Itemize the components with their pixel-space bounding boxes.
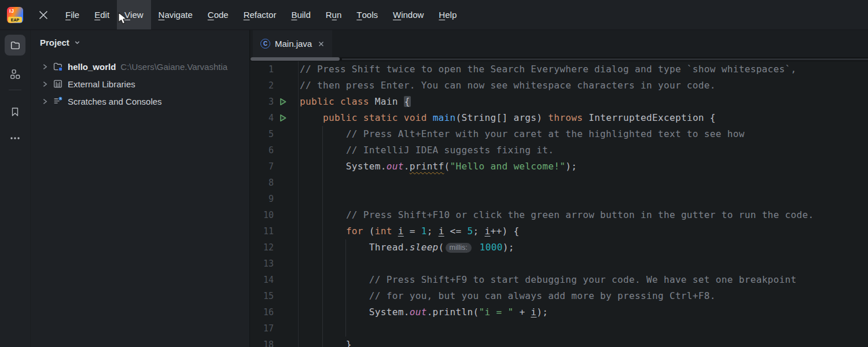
indent-guide [345, 239, 346, 337]
line-number: 14 [251, 272, 274, 288]
code-line[interactable]: 9 [251, 191, 868, 207]
line-number: 10 [251, 207, 274, 223]
editor-tab-bar: C Main.java [251, 30, 868, 57]
logo-text: IJ [9, 8, 14, 14]
line-number: 3 [251, 94, 274, 110]
code-line[interactable]: 10 // Press Shift+F10 or click the green… [251, 207, 868, 223]
line-number: 17 [251, 320, 274, 337]
code-line[interactable]: 18 } [251, 337, 868, 347]
code-line[interactable]: 11 for (int i = 1; i <= 5; i++) { [251, 223, 868, 239]
code-line[interactable]: 5 // Press Alt+Enter with your caret at … [251, 126, 868, 142]
more-tool-windows-icon[interactable] [5, 128, 25, 149]
mouse-cursor [117, 12, 129, 27]
code-line[interactable]: 13 [251, 256, 868, 272]
menu-item-help[interactable]: Help [431, 0, 464, 29]
menu-item-refactor[interactable]: Refactor [236, 0, 284, 29]
code-editor[interactable]: 1// Press Shift twice to open the Search… [251, 61, 868, 347]
menu-item-run[interactable]: Run [318, 0, 350, 29]
line-number: 7 [251, 158, 274, 175]
scratches-icon [53, 96, 64, 106]
code-line[interactable]: 1// Press Shift twice to open the Search… [251, 61, 868, 77]
run-icon[interactable] [274, 94, 298, 110]
chevron-right-icon[interactable] [41, 98, 50, 105]
project-panel-header[interactable]: Project [31, 30, 249, 54]
tree-item-external-libraries[interactable]: External Libraries [31, 75, 249, 93]
tree-item-hello-world[interactable]: hello_worldC:\Users\Gaiane.Varvashtia [31, 58, 249, 75]
project-folder-icon [53, 61, 64, 72]
line-number: 8 [251, 175, 274, 191]
tab-title: Main.java [275, 39, 312, 49]
code-line[interactable]: 4 public static void main(String[] args)… [251, 110, 868, 126]
code-line[interactable]: 6 // IntelliJ IDEA suggests fixing it. [251, 142, 868, 158]
menu-item-build[interactable]: Build [284, 0, 318, 29]
menu-item-edit[interactable]: Edit [87, 0, 117, 29]
project-path: C:\Users\Gaiane.Varvashtia [120, 62, 227, 72]
eap-badge: EAP [8, 17, 22, 23]
line-number: 1 [251, 61, 274, 77]
line-number: 2 [251, 77, 274, 94]
tab-underline-strip [251, 57, 868, 61]
ide-window: IJ EAP FileEditViewNavigateCodeRefactorB… [0, 0, 868, 347]
menu-item-code[interactable]: Code [200, 0, 236, 29]
code-line[interactable]: 17 [251, 320, 868, 337]
tool-window-stripe [0, 30, 31, 347]
run-icon[interactable] [274, 110, 298, 126]
external-libraries-icon [53, 79, 64, 89]
chevron-right-icon[interactable] [41, 63, 50, 71]
bookmarks-tool-icon[interactable] [5, 101, 25, 122]
code-line[interactable]: 12 Thread.sleep(millis: 1000); [251, 239, 868, 256]
editor-area: C Main.java 1// Press Shift twice to ope… [251, 30, 868, 347]
project-tool-icon[interactable] [5, 35, 25, 56]
menu-item-file[interactable]: File [58, 0, 87, 29]
code-line[interactable]: 3public class Main { [251, 94, 868, 110]
tab-underline-track [342, 58, 868, 60]
line-number: 16 [251, 304, 274, 320]
code-line[interactable]: 14 // Press Shift+F9 to start debugging … [251, 272, 868, 288]
project-tool-window: Project hello_worldC:\Users\Gaiane.Varva… [31, 30, 250, 347]
line-number: 11 [251, 223, 274, 239]
line-number: 9 [251, 191, 274, 207]
line-number: 13 [251, 256, 274, 272]
structure-tool-icon[interactable] [5, 64, 25, 84]
chevron-right-icon[interactable] [41, 80, 50, 88]
project-tree: hello_worldC:\Users\Gaiane.VarvashtiaExt… [31, 58, 249, 110]
tree-item-scratches-and-consoles[interactable]: Scratches and Consoles [31, 93, 249, 110]
code-line[interactable]: 7 System.out.printf("Hello and welcome!"… [251, 158, 868, 175]
close-icon[interactable] [31, 0, 56, 29]
line-number: 5 [251, 126, 274, 142]
chevron-down-icon [73, 39, 81, 46]
line-number: 4 [251, 110, 274, 126]
active-tab-underline[interactable] [251, 57, 340, 61]
stripe-divider [9, 90, 21, 90]
code-line[interactable]: 2// then press Enter. You can now see wh… [251, 77, 868, 94]
code-line[interactable]: 16 System.out.println("i = " + i); [251, 304, 868, 320]
tab-main-java[interactable]: C Main.java [253, 30, 332, 57]
menu-item-tools[interactable]: Tools [349, 0, 385, 29]
line-number: 6 [251, 142, 274, 158]
code-line[interactable]: 8 [251, 175, 868, 191]
main-menu-bar: IJ EAP FileEditViewNavigateCodeRefactorB… [0, 0, 868, 30]
menu-item-navigate[interactable]: Navigate [151, 0, 200, 29]
menu-item-window[interactable]: Window [385, 0, 431, 29]
project-panel-title: Project [40, 38, 69, 47]
line-number: 15 [251, 288, 274, 304]
code-line[interactable]: 15 // for you, but you can always add mo… [251, 288, 868, 304]
indent-guide [322, 126, 323, 347]
java-class-icon: C [260, 39, 270, 49]
line-number: 12 [251, 239, 274, 256]
tab-close-icon[interactable] [318, 40, 325, 47]
intellij-logo: IJ EAP [7, 7, 23, 23]
code-lines: 1// Press Shift twice to open the Search… [251, 61, 868, 347]
line-number: 18 [251, 337, 274, 347]
